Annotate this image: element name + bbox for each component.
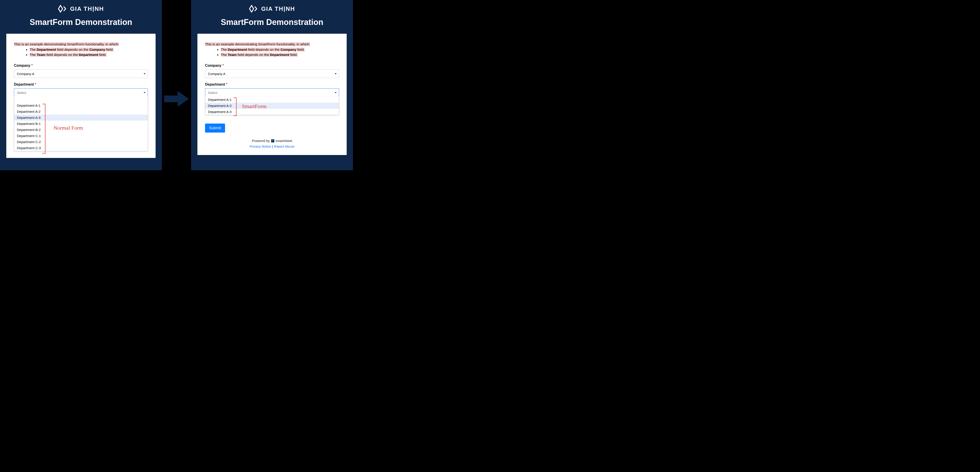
company-label: Company * xyxy=(205,63,339,68)
dropdown-option[interactable]: Department C-1 xyxy=(14,133,148,139)
company-select-value: Company A xyxy=(208,72,226,76)
form-card: This is an example demonstrating SmartFo… xyxy=(197,34,347,155)
department-label: Department * xyxy=(205,82,339,87)
powered-by: Powered by smartsheet xyxy=(252,139,292,143)
department-dropdown: Department A-1Department A-2Department A… xyxy=(14,97,148,151)
department-select[interactable]: Select xyxy=(205,88,339,97)
intro-bullet-1: The Department field depends on the Comp… xyxy=(30,47,148,52)
company-field: Company * Company A xyxy=(205,63,339,78)
panel-smart-form: GIA THỊNH SmartForm Demonstration This i… xyxy=(191,0,353,170)
department-field: Department * Select Department A-1Depart… xyxy=(205,82,339,115)
annotation-bracket xyxy=(233,98,237,116)
company-select[interactable]: Company A xyxy=(14,70,148,78)
brand-logo-icon xyxy=(58,5,68,13)
brand-logo: GIA THỊNH xyxy=(0,0,162,13)
panel-normal-form: GIA THỊNH SmartForm Demonstration This i… xyxy=(0,0,162,170)
chevron-down-icon xyxy=(144,92,145,93)
annotation-bracket xyxy=(42,104,45,154)
annotation-label: SmartForm xyxy=(242,103,266,109)
department-label: Department * xyxy=(14,82,148,87)
chevron-down-icon xyxy=(144,73,145,74)
intro-bullet-1: The Department field depends on the Comp… xyxy=(221,47,339,52)
dropdown-option[interactable]: Department A-3 xyxy=(14,114,148,120)
brand-name: GIA THỊNH xyxy=(261,5,295,13)
arrow-right-icon xyxy=(162,89,191,109)
chevron-down-icon xyxy=(335,73,337,74)
annotation-label: Normal Form xyxy=(54,125,83,131)
dropdown-option[interactable]: Department A-1 xyxy=(14,103,148,109)
form-card: This is an example demonstrating SmartFo… xyxy=(6,34,156,158)
privacy-notice-link[interactable]: Privacy Notice xyxy=(250,144,271,148)
brand-name: GIA THỊNH xyxy=(70,5,104,13)
chevron-down-icon xyxy=(335,92,337,93)
dropdown-option[interactable]: Department C-3 xyxy=(14,145,148,151)
intro-bullet-2: The Team field depends on the Department… xyxy=(30,52,148,57)
submit-button[interactable]: Submit xyxy=(205,124,225,133)
page-title: SmartForm Demonstration xyxy=(0,17,162,27)
intro-text: This is an example demonstrating SmartFo… xyxy=(205,42,339,57)
company-select-value: Company A xyxy=(17,72,34,76)
dropdown-option[interactable]: Department A-3 xyxy=(205,109,339,115)
page-title: SmartForm Demonstration xyxy=(191,17,353,27)
report-abuse-link[interactable]: Report Abuse xyxy=(274,144,294,148)
company-label: Company * xyxy=(14,63,148,68)
brand-logo: GIA THỊNH xyxy=(191,0,353,13)
form-footer: Powered by smartsheet Privacy Notice | R… xyxy=(205,139,339,148)
intro-text: This is an example demonstrating SmartFo… xyxy=(14,42,148,57)
department-dropdown: Department A-1Department A-2Department A… xyxy=(205,97,339,115)
company-select[interactable]: Company A xyxy=(205,70,339,78)
dropdown-option[interactable]: Department A-2 xyxy=(14,109,148,114)
department-select-placeholder: Select xyxy=(208,91,217,95)
department-select-placeholder: Select xyxy=(17,91,26,95)
department-field: Department * Select Department A-1Depart… xyxy=(14,82,148,151)
smartsheet-logo-icon xyxy=(271,139,274,143)
department-select[interactable]: Select xyxy=(14,88,148,97)
dropdown-option[interactable]: Department A-2 xyxy=(205,103,339,109)
dropdown-option[interactable]: Department A-1 xyxy=(205,97,339,103)
brand-logo-icon xyxy=(249,5,259,13)
company-field: Company * Company A xyxy=(14,63,148,78)
intro-bullet-2: The Team field depends on the Department… xyxy=(221,52,339,57)
dropdown-option[interactable]: Department C-2 xyxy=(14,139,148,145)
